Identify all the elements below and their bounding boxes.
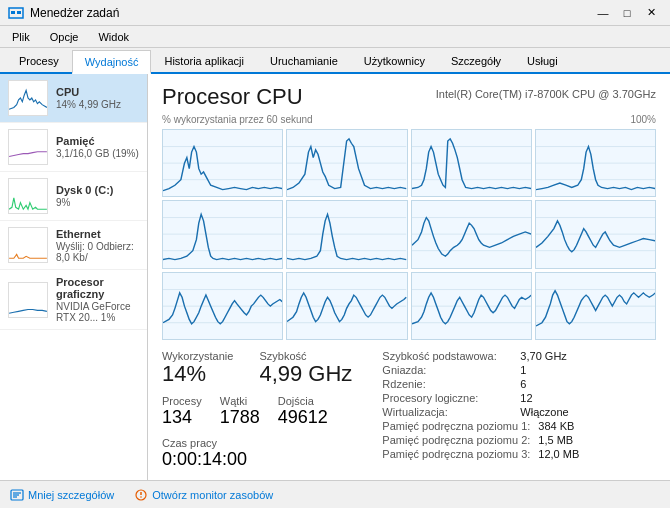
detail-cores: Rdzenie: 6: [382, 378, 579, 390]
tab-details[interactable]: Szczegóły: [438, 48, 514, 72]
detail-l2: Pamięć podręczna poziomu 2: 1,5 MB: [382, 434, 579, 446]
title-bar: Menedżer zadań — □ ✕: [0, 0, 670, 26]
less-details-icon: [10, 488, 24, 502]
maximize-button[interactable]: □: [616, 4, 638, 22]
virt-label: Wirtualizacja:: [382, 406, 512, 418]
menu-view[interactable]: Widok: [90, 29, 137, 45]
close-button[interactable]: ✕: [640, 4, 662, 22]
base-speed-label: Szybkość podstawowa:: [382, 350, 512, 362]
stat-row-uptime: Czas pracy 0:00:14:00: [162, 437, 352, 470]
sidebar-item-gpu[interactable]: Procesor graficzny NVIDIA GeForce RTX 20…: [0, 270, 147, 330]
open-monitor-icon: [134, 488, 148, 502]
processes-label: Procesy: [162, 395, 202, 407]
speed-label: Szybkość: [259, 350, 352, 362]
l2-value: 1,5 MB: [538, 434, 573, 446]
cpu-model-text: Intel(R) Core(TM) i7-8700K CPU @ 3.70GHz: [436, 88, 656, 100]
svg-rect-2: [17, 11, 21, 14]
l2-label: Pamięć podręczna poziomu 2:: [382, 434, 530, 446]
uptime-label: Czas pracy: [162, 437, 352, 449]
svg-point-45: [140, 496, 142, 498]
menu-file[interactable]: Plik: [4, 29, 38, 45]
less-details-link[interactable]: Mniej szczegółów: [10, 488, 114, 502]
cpu-cell-10: [411, 272, 532, 340]
uptime-value: 0:00:14:00: [162, 449, 352, 470]
cores-label: Rdzenie:: [382, 378, 512, 390]
stats-area: Wykorzystanie 14% Szybkość 4,99 GHz Proc…: [162, 350, 656, 470]
sidebar-item-ethernet[interactable]: Ethernet Wyślij: 0 Odbierz: 8,0 Kb/: [0, 221, 147, 270]
tabs-bar: Procesy Wydajność Historia aplikacji Uru…: [0, 48, 670, 74]
sidebar-cpu-name: CPU: [56, 86, 139, 98]
memory-thumbnail: [8, 129, 48, 165]
stat-row-processes: Procesy 134 Wątki 1788 Dojścia 49612: [162, 395, 352, 428]
app-icon: [8, 5, 24, 21]
speed-value: 4,99 GHz: [259, 362, 352, 386]
window-controls: — □ ✕: [592, 4, 662, 22]
cpu-thumbnail: [8, 80, 48, 116]
content-area: Procesor CPU Intel(R) Core(TM) i7-8700K …: [148, 74, 670, 480]
chart-subtitle-bar: % wykorzystania przez 60 sekund 100%: [162, 114, 656, 125]
tab-startup[interactable]: Uruchamianie: [257, 48, 351, 72]
sidebar: CPU 14% 4,99 GHz Pamięć 3,1/16,0 GB (19%…: [0, 74, 148, 480]
svg-rect-1: [11, 11, 15, 14]
l1-value: 384 KB: [538, 420, 574, 432]
cpu-cell-3: [535, 129, 656, 197]
l3-label: Pamięć podręczna poziomu 3:: [382, 448, 530, 460]
cpu-cell-6: [411, 200, 532, 268]
sidebar-ethernet-name: Ethernet: [56, 228, 139, 240]
sidebar-item-cpu[interactable]: CPU 14% 4,99 GHz: [0, 74, 147, 123]
threads-label: Wątki: [220, 395, 260, 407]
sidebar-ethernet-value: Wyślij: 0 Odbierz: 8,0 Kb/: [56, 241, 139, 263]
detail-logical: Procesory logiczne: 12: [382, 392, 579, 404]
virt-value: Włączone: [520, 406, 568, 418]
sidebar-item-memory[interactable]: Pamięć 3,1/16,0 GB (19%): [0, 123, 147, 172]
stat-row-utilization: Wykorzystanie 14% Szybkość 4,99 GHz: [162, 350, 352, 386]
detail-l1: Pamięć podręczna poziomu 1: 384 KB: [382, 420, 579, 432]
base-speed-value: 3,70 GHz: [520, 350, 566, 362]
tab-app-history[interactable]: Historia aplikacji: [151, 48, 256, 72]
sidebar-cpu-value: 14% 4,99 GHz: [56, 99, 139, 110]
handles-value: 49612: [278, 407, 328, 428]
cpu-cell-4: [162, 200, 283, 268]
sidebar-memory-value: 3,1/16,0 GB (19%): [56, 148, 139, 159]
tab-performance[interactable]: Wydajność: [72, 50, 152, 74]
tab-services[interactable]: Usługi: [514, 48, 571, 72]
sidebar-memory-name: Pamięć: [56, 135, 139, 147]
ethernet-thumbnail: [8, 227, 48, 263]
cpu-cell-11: [535, 272, 656, 340]
disk-thumbnail: [8, 178, 48, 214]
content-title: Procesor CPU: [162, 84, 303, 110]
detail-sockets: Gniazda: 1: [382, 364, 579, 376]
menu-options[interactable]: Opcje: [42, 29, 87, 45]
open-monitor-link[interactable]: Otwórz monitor zasobów: [134, 488, 273, 502]
cpu-cell-8: [162, 272, 283, 340]
sidebar-disk-value: 9%: [56, 197, 139, 208]
sidebar-gpu-value: NVIDIA GeForce RTX 20... 1%: [56, 301, 139, 323]
main-content: CPU 14% 4,99 GHz Pamięć 3,1/16,0 GB (19%…: [0, 74, 670, 480]
cpu-cell-5: [286, 200, 407, 268]
l1-label: Pamięć podręczna poziomu 1:: [382, 420, 530, 432]
logical-value: 12: [520, 392, 532, 404]
detail-base-speed: Szybkość podstawowa: 3,70 GHz: [382, 350, 579, 362]
tab-users[interactable]: Użytkownicy: [351, 48, 438, 72]
content-header: Procesor CPU Intel(R) Core(TM) i7-8700K …: [162, 84, 656, 110]
minimize-button[interactable]: —: [592, 4, 614, 22]
handles-label: Dojścia: [278, 395, 328, 407]
cpu-cell-7: [535, 200, 656, 268]
sidebar-disk-name: Dysk 0 (C:): [56, 184, 139, 196]
stats-col-main: Wykorzystanie 14% Szybkość 4,99 GHz Proc…: [162, 350, 352, 470]
logical-label: Procesory logiczne:: [382, 392, 512, 404]
sidebar-item-disk[interactable]: Dysk 0 (C:) 9%: [0, 172, 147, 221]
detail-l3: Pamięć podręczna poziomu 3: 12,0 MB: [382, 448, 579, 460]
cpu-chart-grid: [162, 129, 656, 340]
stats-col-details: Szybkość podstawowa: 3,70 GHz Gniazda: 1…: [382, 350, 579, 470]
chart-max-label: 100%: [630, 114, 656, 125]
app-title: Menedżer zadań: [30, 6, 592, 20]
cores-value: 6: [520, 378, 526, 390]
tab-processes[interactable]: Procesy: [6, 48, 72, 72]
sidebar-gpu-name: Procesor graficzny: [56, 276, 139, 300]
cpu-cell-2: [411, 129, 532, 197]
cpu-cell-0: [162, 129, 283, 197]
cpu-cell-9: [286, 272, 407, 340]
processes-value: 134: [162, 407, 202, 428]
utilization-label: Wykorzystanie: [162, 350, 233, 362]
